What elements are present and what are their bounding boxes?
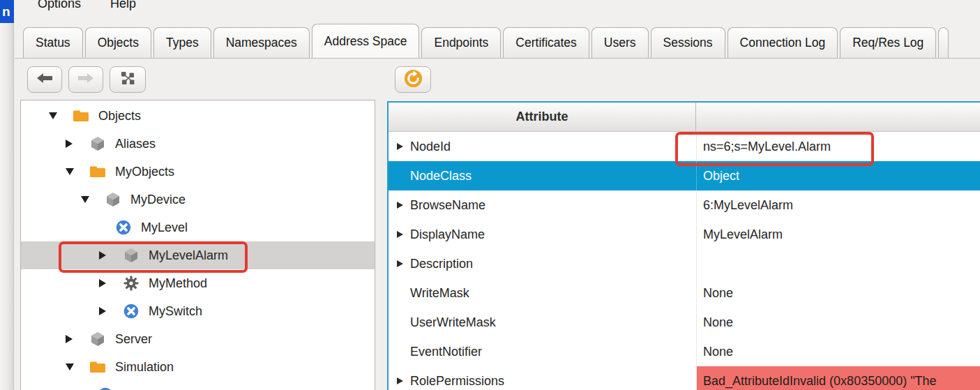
tree-item-label: MyMethod [149, 276, 207, 291]
attribute-row-writemask[interactable]: WriteMaskNone [389, 278, 980, 308]
cube-icon [89, 331, 106, 347]
collapse-arrow-icon[interactable] [81, 196, 89, 203]
cube-icon [105, 192, 121, 207]
expand-arrow-icon[interactable] [66, 140, 73, 148]
tab-certificates[interactable]: Certificates [503, 27, 589, 58]
attribute-value: None [697, 337, 980, 366]
tree-item-mydevice[interactable]: MyDevice [21, 186, 375, 213]
app-window: n OptionsHelp StatusObjectsTypesNamespac… [0, 0, 980, 390]
tree-item-partial[interactable] [21, 381, 375, 390]
attribute-name: EventNotifier [410, 345, 482, 359]
attribute-row-browsename[interactable]: BrowseName6:MyLevelAlarm [389, 190, 980, 220]
attribute-name: NodeId [410, 140, 451, 154]
attribute-value [697, 249, 980, 278]
attribute-value: Object [697, 161, 980, 190]
tree-item-label: Aliases [115, 137, 156, 151]
attribute-row-nodeid[interactable]: NodeIdns=6;s=MyLevel.Alarm [389, 132, 980, 161]
tab-req-res-log[interactable]: Req/Res Log [840, 27, 936, 58]
address-space-tree: ObjectsAliasesMyObjectsMyDeviceMyLevelMy… [20, 100, 375, 390]
collapse-arrow-icon[interactable] [49, 112, 57, 119]
collapse-arrow-icon[interactable] [66, 168, 74, 175]
attributes-table-header: Attribute [389, 103, 980, 132]
tab-status[interactable]: Status [23, 27, 83, 58]
tab-endpoints[interactable]: Endpoints [421, 27, 501, 58]
attribute-row-displayname[interactable]: DisplayNameMyLevelAlarm [389, 220, 980, 249]
tab-types[interactable]: Types [153, 27, 211, 58]
tree-item-label: MyObjects [115, 165, 174, 179]
tree-item-server[interactable]: Server [21, 325, 375, 353]
attribute-row-userwritemask[interactable]: UserWriteMaskNone [389, 308, 980, 337]
attribute-name: BrowseName [410, 198, 485, 213]
server-app: OptionsHelp StatusObjectsTypesNamespaces… [15, 0, 980, 390]
expand-arrow-icon[interactable] [397, 202, 403, 209]
expand-arrow-icon[interactable] [397, 377, 403, 384]
tab-objects[interactable]: Objects [85, 27, 151, 58]
panel-splitter[interactable] [375, 59, 387, 390]
value-column-header[interactable] [696, 103, 980, 131]
attribute-value: 6:MyLevelAlarm [697, 190, 980, 220]
tree-item-label: MyDevice [130, 193, 186, 207]
menu-bar: OptionsHelp [15, 0, 980, 21]
attribute-row-description[interactable]: Description [389, 249, 980, 278]
expand-arrow-icon[interactable] [99, 279, 106, 287]
address-space-content: ObjectsAliasesMyObjectsMyDeviceMyLevelMy… [15, 59, 980, 390]
attribute-row-nodeclass[interactable]: NodeClassObject [389, 161, 980, 190]
expand-arrow-icon[interactable] [397, 260, 403, 267]
attribute-name: RolePermissions [410, 374, 504, 389]
tab-sessions[interactable]: Sessions [651, 27, 725, 58]
attributes-panel: Attribute NodeIdns=6;s=MyLevel.AlarmNode… [387, 59, 980, 390]
attributes-table-body: NodeIdns=6;s=MyLevel.AlarmNodeClassObjec… [389, 132, 980, 390]
folder-icon [89, 359, 106, 375]
tab-address-space[interactable]: Address Space [312, 24, 420, 59]
attributes-table: Attribute NodeIdns=6;s=MyLevel.AlarmNode… [387, 101, 980, 390]
background-window-fragment: n [0, 0, 14, 23]
menu-item-help[interactable]: Help [110, 0, 136, 21]
forward-button[interactable] [68, 66, 103, 93]
forward-arrow-icon [77, 73, 94, 87]
tree-item-aliases[interactable]: Aliases [21, 130, 375, 158]
tree-item-myobjects[interactable]: MyObjects [21, 158, 375, 186]
tree-item-objects[interactable]: Objects [21, 102, 375, 130]
tab-connection-log[interactable]: Connection Log [728, 27, 838, 58]
attribute-row-eventnotifier[interactable]: EventNotifierNone [389, 337, 980, 366]
tree-item-myswitch[interactable]: MySwitch [21, 297, 375, 325]
tree-item-label: Server [115, 332, 152, 347]
tab-bar: StatusObjectsTypesNamespacesAddress Spac… [15, 21, 980, 59]
expand-arrow-icon[interactable] [397, 231, 403, 238]
variable-icon [115, 220, 132, 235]
node-graph-icon [121, 71, 135, 89]
collapse-arrow-icon[interactable] [66, 363, 74, 370]
tree-item-label: MyLevel [141, 220, 188, 235]
attribute-name: Description [410, 257, 473, 271]
back-arrow-icon [36, 73, 53, 87]
attribute-name: NodeClass [410, 169, 472, 183]
tree-item-label: MyLevelAlarm [149, 248, 228, 263]
tree-item-mylevelalarm[interactable]: MyLevelAlarm [21, 241, 375, 269]
tree-item-simulation[interactable]: Simulation [21, 353, 375, 381]
expand-arrow-icon[interactable] [397, 143, 403, 150]
tab-namespaces[interactable]: Namespaces [213, 27, 310, 58]
attribute-value: None [697, 278, 980, 308]
tree-item-mylevel[interactable]: MyLevel [21, 213, 375, 241]
attribute-column-header[interactable]: Attribute [389, 103, 696, 131]
expand-arrow-icon[interactable] [99, 307, 106, 315]
refresh-attributes-button[interactable] [395, 66, 431, 93]
menu-item-options[interactable]: Options [38, 0, 81, 21]
tree-item-mymethod[interactable]: MyMethod [21, 269, 375, 297]
show-references-button[interactable] [110, 66, 146, 93]
expand-arrow-icon[interactable] [66, 335, 73, 343]
background-window-fragment-label: n [2, 4, 10, 20]
variable-icon [123, 303, 140, 319]
back-button[interactable] [27, 66, 62, 93]
tree-item-label: MySwitch [149, 304, 202, 319]
expand-arrow-icon[interactable] [99, 251, 106, 260]
tab-users[interactable]: Users [591, 27, 649, 58]
refresh-icon [403, 68, 423, 91]
tab-partial[interactable] [938, 27, 949, 58]
navigation-tree-panel: ObjectsAliasesMyObjectsMyDeviceMyLevelMy… [20, 59, 375, 390]
attribute-name: UserWriteMask [410, 315, 496, 330]
attribute-row-rolepermissions[interactable]: RolePermissionsBad_AttributeIdInvalid (0… [389, 366, 980, 390]
attribute-value: MyLevelAlarm [697, 220, 980, 249]
tree-toolbar [20, 59, 375, 100]
attribute-value: None [697, 308, 980, 337]
